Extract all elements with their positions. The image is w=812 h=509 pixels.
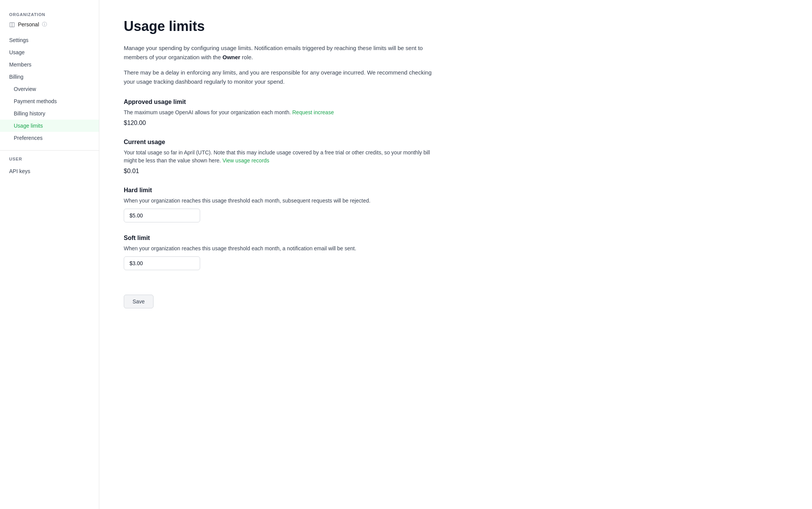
sidebar-item-usage-limits[interactable]: Usage limits <box>0 120 99 132</box>
hard-limit-title: Hard limit <box>124 187 442 194</box>
hard-limit-input[interactable] <box>124 209 200 222</box>
user-section-label: USER <box>0 157 99 161</box>
page-description-2: There may be a delay in enforcing any li… <box>124 68 442 86</box>
sidebar: ORGANIZATION ◫ Personal ⓘ Settings Usage… <box>0 0 99 509</box>
approved-usage-limit-description: The maximum usage OpenAI allows for your… <box>124 109 442 117</box>
org-header: ◫ Personal ⓘ <box>0 21 99 34</box>
org-section-label: ORGANIZATION <box>0 12 99 17</box>
sidebar-item-usage[interactable]: Usage <box>0 46 99 58</box>
current-usage-section: Current usage Your total usage so far in… <box>124 139 442 175</box>
main-content: Usage limits Manage your spending by con… <box>99 0 466 509</box>
sidebar-item-overview[interactable]: Overview <box>0 83 99 95</box>
info-icon[interactable]: ⓘ <box>42 21 47 28</box>
hard-limit-description: When your organization reaches this usag… <box>124 197 442 205</box>
soft-limit-description: When your organization reaches this usag… <box>124 245 442 253</box>
request-increase-link[interactable]: Request increase <box>292 109 334 115</box>
approved-usage-limit-title: Approved usage limit <box>124 99 442 105</box>
current-usage-description: Your total usage so far in April (UTC). … <box>124 149 442 165</box>
view-usage-records-link[interactable]: View usage records <box>222 157 269 164</box>
soft-limit-title: Soft limit <box>124 235 442 242</box>
current-usage-title: Current usage <box>124 139 442 146</box>
sidebar-item-preferences[interactable]: Preferences <box>0 132 99 144</box>
page-description-1: Manage your spending by configuring usag… <box>124 44 442 62</box>
org-icon: ◫ <box>9 21 15 28</box>
current-desc-before-link: Your total usage so far in April (UTC). … <box>124 149 430 164</box>
sidebar-item-members[interactable]: Members <box>0 58 99 71</box>
save-button[interactable]: Save <box>124 295 154 308</box>
sidebar-item-settings[interactable]: Settings <box>0 34 99 46</box>
description-text-1: Manage your spending by configuring usag… <box>124 45 423 60</box>
approved-usage-amount: $120.00 <box>124 120 442 126</box>
hard-limit-section: Hard limit When your organization reache… <box>124 187 442 222</box>
sidebar-item-api-keys[interactable]: API keys <box>0 165 99 177</box>
description-bold: Owner <box>222 54 240 60</box>
sidebar-item-billing[interactable]: Billing <box>0 71 99 83</box>
page-title: Usage limits <box>124 18 442 34</box>
org-name: Personal <box>18 21 39 28</box>
approved-usage-limit-section: Approved usage limit The maximum usage O… <box>124 99 442 126</box>
current-usage-amount: $0.01 <box>124 168 442 175</box>
sidebar-divider <box>0 150 99 151</box>
sidebar-item-billing-history[interactable]: Billing history <box>0 107 99 120</box>
soft-limit-section: Soft limit When your organization reache… <box>124 235 442 270</box>
soft-limit-input[interactable] <box>124 256 200 270</box>
approved-desc-before-link: The maximum usage OpenAI allows for your… <box>124 109 291 115</box>
sidebar-item-payment-methods[interactable]: Payment methods <box>0 95 99 107</box>
description-text-1-end: role. <box>240 54 253 60</box>
